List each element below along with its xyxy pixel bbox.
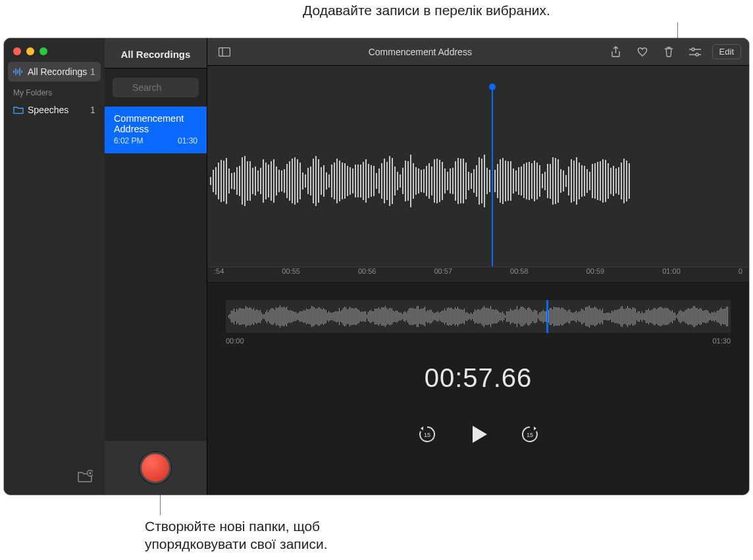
window-zoom-button[interactable] (39, 47, 47, 55)
time-tick: 00:55 (282, 267, 300, 275)
record-button[interactable] (140, 452, 171, 484)
svg-text:15: 15 (423, 432, 430, 438)
skip-forward-button[interactable]: 15 (520, 424, 540, 444)
favorite-button[interactable] (633, 47, 652, 57)
time-tick: 01:00 (662, 267, 681, 275)
overview-playhead[interactable] (546, 300, 548, 333)
overview-track[interactable] (226, 300, 731, 333)
sidebar-item-label: All Recordings (28, 66, 87, 77)
sidebar-item-all-recordings[interactable]: All Recordings 1 (8, 62, 101, 82)
recording-timestamp: 6:02 PM (114, 136, 143, 145)
time-tick: 00:57 (434, 267, 453, 275)
svg-text:15: 15 (526, 432, 532, 438)
folder-plus-icon (77, 470, 93, 483)
edit-button[interactable]: Edit (712, 44, 741, 59)
sidebar-toggle-button[interactable] (215, 47, 234, 57)
sidebar-item-folder-speeches[interactable]: Speeches 1 (4, 100, 105, 120)
sidebar-spacer (4, 120, 105, 470)
new-folder-button[interactable] (4, 470, 105, 495)
svg-point-15 (696, 53, 698, 56)
callout-new-folder: Створюйте нові папки, щоб упорядковувати… (145, 517, 327, 553)
play-button[interactable] (467, 423, 490, 445)
folder-icon (13, 106, 28, 114)
share-button[interactable] (607, 46, 625, 58)
time-tick: 00:56 (358, 267, 376, 275)
window-close-button[interactable] (13, 47, 21, 55)
time-tick: :54 (214, 267, 224, 275)
toolbar: Commencement Address Edit (207, 38, 749, 66)
callout-new-folder-l2: упорядковувати свої записи. (145, 535, 327, 553)
record-bar (105, 441, 207, 495)
delete-button[interactable] (660, 46, 678, 57)
time-tick: 00:59 (586, 267, 605, 275)
waveform-main (207, 145, 749, 217)
sidebar-item-count: 1 (90, 105, 95, 115)
overview-area: 00:00 01:30 (207, 283, 749, 345)
sidebar-item-label: Speeches (28, 105, 68, 115)
svg-point-13 (692, 48, 694, 51)
callout-new-folder-line (160, 492, 161, 515)
time-tick: 00:58 (510, 267, 529, 275)
waveform-icon (13, 67, 28, 76)
callout-new-folder-l1: Створюйте нові папки, щоб (145, 517, 327, 535)
playback-controls: 15 15 (207, 423, 749, 445)
options-button[interactable] (686, 47, 704, 57)
list-spacer (105, 153, 207, 441)
traffic-lights (4, 38, 105, 62)
sidebar-section-header: My Folders (4, 82, 105, 100)
current-time-display: 00:57.66 (207, 363, 749, 393)
search-wrap (105, 68, 207, 107)
callout-favorite: Додавайте записи в перелік вибраних. (303, 3, 550, 18)
playhead[interactable] (492, 87, 493, 276)
sidebar: All Recordings 1 My Folders Speeches 1 (4, 38, 105, 495)
recordings-list-column: All Recordings Commencement Address 6:02… (105, 38, 207, 495)
waveform-area[interactable]: :54 00:55 00:56 00:57 00:58 00:59 01:00 … (207, 66, 749, 283)
sidebar-item-count: 1 (90, 66, 95, 77)
window-minimize-button[interactable] (26, 47, 34, 55)
recording-duration: 01:30 (178, 136, 197, 145)
recordings-list-header: All Recordings (105, 38, 207, 68)
svg-rect-10 (219, 47, 230, 56)
search-input[interactable] (113, 78, 199, 97)
recording-title: Commencement Address (114, 113, 197, 134)
overview-start-time: 00:00 (226, 337, 244, 345)
playback-column: Commencement Address Edit :54 00:55 00:5… (207, 38, 749, 495)
voice-memos-window: All Recordings 1 My Folders Speeches 1 A… (4, 38, 749, 495)
recording-item[interactable]: Commencement Address 6:02 PM 01:30 (105, 107, 207, 153)
waveform-time-ticks: :54 00:55 00:56 00:57 00:58 00:59 01:00 … (207, 267, 749, 282)
time-tick: 0 (739, 267, 742, 275)
toolbar-title: Commencement Address (242, 47, 599, 57)
skip-back-button[interactable]: 15 (417, 424, 437, 444)
overview-end-time: 01:30 (712, 337, 731, 345)
